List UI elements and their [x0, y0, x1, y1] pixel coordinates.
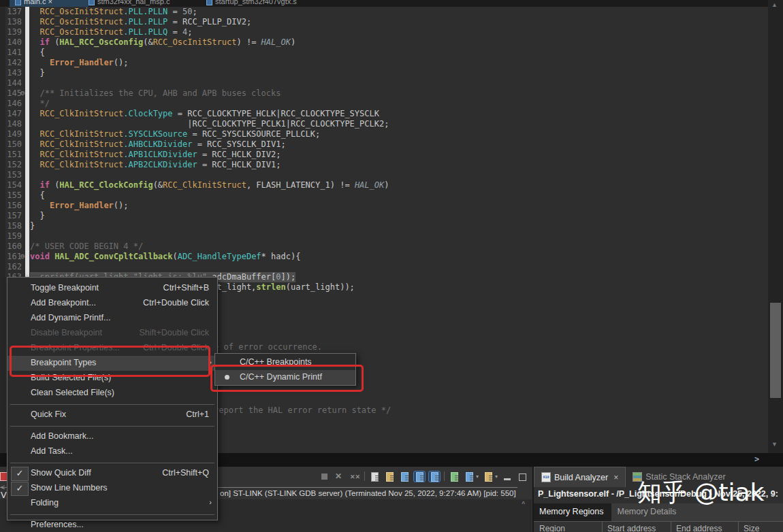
- minimize-icon[interactable]: [502, 471, 513, 482]
- line-number[interactable]: 157: [0, 211, 22, 221]
- terminate-icon[interactable]: [319, 471, 330, 482]
- line-number[interactable]: 139: [0, 27, 22, 37]
- dropdown-arrow-icon[interactable]: ▾: [476, 473, 479, 480]
- line-number[interactable]: 137: [0, 7, 22, 17]
- line-number[interactable]: 149: [0, 129, 22, 139]
- menu-item-folding[interactable]: Folding›: [7, 496, 217, 511]
- menu-item-add-bookmark[interactable]: Add Bookmark...: [7, 429, 217, 444]
- code-line-145: /** Initializes the CPU, AHB and APB bus…: [30, 88, 281, 99]
- line-number[interactable]: 140: [0, 37, 22, 48]
- tab-close-icon[interactable]: ×: [613, 473, 618, 482]
- scroll-up-icon[interactable]: ▲: [771, 1, 778, 8]
- code-token: HAL_RCC_ClockConfig: [59, 180, 153, 190]
- line-number[interactable]: 151: [0, 150, 22, 160]
- open-console-icon[interactable]: [483, 471, 494, 482]
- line-number[interactable]: 158: [0, 221, 22, 231]
- column-header-size[interactable]: Size: [744, 524, 759, 532]
- editor-tab-startup-stm32f407vgtx-s[interactable]: startup_stm32f407vgtx.s: [201, 0, 327, 7]
- code-token: [30, 109, 39, 118]
- menu-item-label: Preferences...: [31, 520, 84, 529]
- line-number[interactable]: 152: [0, 160, 22, 170]
- menu-item-label: Show Quick Diff: [31, 468, 91, 478]
- editor-tab-stm32f4xx-hal-msp-c[interactable]: stm32f4xx_hal_msp.c: [83, 0, 203, 7]
- editor-vertical-scrollbar[interactable]: ▲ ▼: [768, 0, 783, 453]
- line-number[interactable]: 161: [0, 252, 22, 262]
- document-glyph: [485, 472, 492, 482]
- scrollbar-thumb[interactable]: [770, 303, 781, 398]
- remove-all-launches-icon[interactable]: ✕✕: [349, 471, 360, 482]
- menu-item-preferences[interactable]: Preferences...: [7, 518, 217, 532]
- line-number[interactable]: 154: [0, 180, 22, 190]
- menu-separator: [7, 459, 217, 466]
- code-line-156: Error_Handler();: [30, 201, 129, 211]
- menu-item-disable-breakpoint: Disable BreakpointShift+Double Click: [7, 326, 217, 341]
- line-number[interactable]: 146: [0, 99, 22, 109]
- show-stderr-icon[interactable]: [429, 471, 440, 482]
- menu-item-label: Show Line Numbers: [31, 483, 108, 493]
- code-line-154: if (HAL_RCC_ClockConfig(&RCC_ClkInitStru…: [30, 180, 389, 190]
- line-number[interactable]: 153: [0, 170, 22, 180]
- maximize-icon[interactable]: [517, 471, 528, 482]
- line-number[interactable]: 145: [0, 88, 22, 99]
- console-scroll-up-icon[interactable]: ^: [522, 501, 525, 508]
- subtab-memory-regions[interactable]: Memory Regions: [534, 503, 611, 521]
- code-line-157: }: [30, 211, 45, 221]
- line-number[interactable]: 162: [0, 262, 22, 272]
- separator-line: [10, 463, 214, 463]
- code-token: .APB2CLKDivider: [123, 160, 197, 169]
- menu-item-toggle-breakpoint[interactable]: Toggle BreakpointCtrl+Shift+B: [7, 281, 217, 296]
- menu-item-label: Toggle Breakpoint: [31, 283, 99, 293]
- document-lines: [435, 476, 438, 476]
- line-number[interactable]: 156: [0, 201, 22, 211]
- line-number[interactable]: 150: [0, 139, 22, 150]
- editor-tab-main-c[interactable]: main.c ×: [10, 0, 89, 7]
- dropdown-arrow-icon[interactable]: ▾: [495, 473, 498, 480]
- line-number[interactable]: 141: [0, 48, 22, 58]
- menu-item-label: Add Bookmark...: [31, 431, 93, 441]
- line-number[interactable]: 144: [0, 78, 22, 88]
- code-token: ): [291, 37, 295, 47]
- menu-item-show-line-numbers[interactable]: ✓Show Line Numbers: [7, 481, 217, 496]
- code-token: /* USER CODE BEGIN 4 */: [30, 242, 143, 251]
- line-number[interactable]: 155: [0, 190, 22, 201]
- clear-console-icon[interactable]: [369, 471, 380, 482]
- scroll-lock-icon[interactable]: [384, 471, 395, 482]
- menu-item-label: Add Task...: [31, 446, 73, 456]
- scroll-down-icon[interactable]: ▼: [771, 441, 778, 448]
- fold-collapse-icon[interactable]: ⊖: [20, 252, 29, 262]
- column-header-region[interactable]: Region: [539, 524, 565, 532]
- code-token: RCC_ClkInitStruct: [39, 109, 123, 118]
- menu-item-add-dynamic-printf[interactable]: Add Dynamic Printf...: [7, 311, 217, 326]
- display-console-icon[interactable]: [464, 471, 475, 482]
- code-line-141: {: [30, 48, 45, 58]
- line-number[interactable]: 148: [0, 119, 22, 129]
- code-token: .PLL.PLLP: [123, 17, 167, 27]
- line-number[interactable]: 138: [0, 17, 22, 27]
- menu-item-show-quick-diff[interactable]: ✓Show Quick DiffCtrl+Shift+Q: [7, 466, 217, 481]
- show-stdout-icon[interactable]: [414, 471, 425, 482]
- line-number[interactable]: 142: [0, 58, 22, 68]
- code-line-140: if (HAL_RCC_OscConfig(&RCC_OscInitStruct…: [30, 37, 295, 48]
- remove-launch-icon[interactable]: ✕: [334, 471, 345, 482]
- line-number[interactable]: 159: [0, 231, 22, 242]
- menu-separator: [7, 511, 217, 518]
- menu-item-clean-selected-file-s[interactable]: Clean Selected File(s): [7, 386, 217, 401]
- menu-item-add-breakpoint[interactable]: Add Breakpoint...Ctrl+Double Click: [7, 296, 217, 311]
- line-number[interactable]: 147: [0, 109, 22, 119]
- code-line-152: RCC_ClkInitStruct.APB2CLKDivider = RCC_H…: [30, 160, 281, 170]
- word-wrap-icon[interactable]: [399, 471, 410, 482]
- line-number[interactable]: 160: [0, 242, 22, 252]
- code-token: strlen: [256, 282, 285, 292]
- line-number[interactable]: 143: [0, 68, 22, 78]
- menu-item-add-task[interactable]: Add Task...: [7, 444, 217, 459]
- fold-collapse-icon[interactable]: ⊖: [20, 88, 29, 99]
- code-line-149: RCC_ClkInitStruct.SYSCLKSource = RCC_SYS…: [30, 129, 320, 139]
- pin-console-icon[interactable]: [449, 471, 460, 482]
- scroll-right-icon[interactable]: >: [754, 454, 759, 464]
- column-header-start-address[interactable]: Start address: [607, 524, 656, 532]
- menu-item-quick-fix[interactable]: Quick FixCtrl+1: [7, 408, 217, 422]
- column-header-end-address[interactable]: End address: [676, 524, 722, 532]
- code-line-161: void HAL_ADC_ConvCpltCallback(ADC_Handle…: [30, 252, 300, 262]
- tab-build-analyzer[interactable]: 010Build Analyzer×: [534, 467, 626, 487]
- maximize-glyph: [519, 473, 526, 481]
